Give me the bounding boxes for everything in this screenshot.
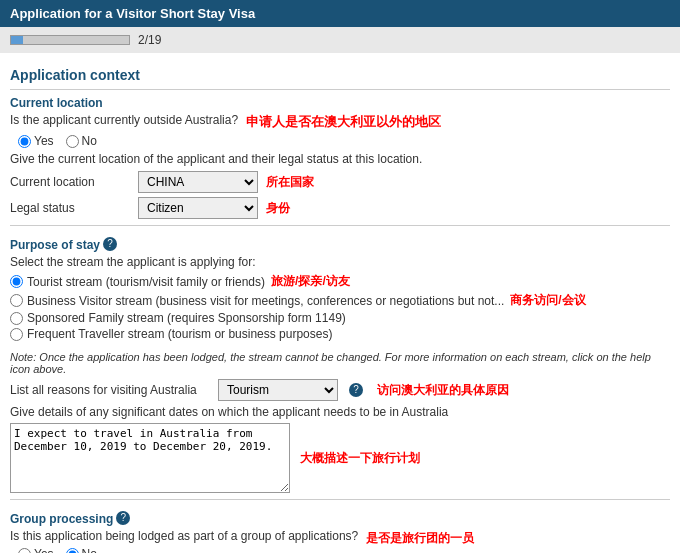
progress-bar-container: 2/19 — [0, 27, 680, 53]
location-note: Give the current location of the applica… — [10, 152, 670, 166]
stream-sponsored-label: Sponsored Family stream (requires Sponso… — [27, 311, 346, 325]
subsection-current-location: Current location — [10, 96, 670, 110]
dates-area: I expect to travel in Australia from Dec… — [10, 423, 670, 493]
reason-help-icon2[interactable]: ? — [349, 383, 363, 397]
stream-note: Note: Once the application has been lodg… — [10, 351, 670, 375]
location-annotation: 所在国家 — [266, 174, 314, 191]
purpose-title-row: Purpose of stay ? — [10, 232, 670, 255]
dates-textarea[interactable]: I expect to travel in Australia from Dec… — [10, 423, 290, 493]
subsection-purpose-of-stay: Purpose of stay — [10, 238, 100, 252]
reason-label: List all reasons for visiting Australia — [10, 383, 210, 397]
outside-yes-label[interactable]: Yes — [18, 134, 54, 148]
reason-annotation: 访问澳大利亚的具体原因 — [377, 382, 509, 399]
group-yes-label[interactable]: Yes — [18, 547, 54, 553]
group-title-row: Group processing ? — [10, 506, 670, 529]
stream-sponsored: Sponsored Family stream (requires Sponso… — [10, 311, 586, 325]
question-outside-australia: Is the applicant currently outside Austr… — [10, 113, 670, 131]
group-no-label[interactable]: No — [66, 547, 97, 553]
stream-business-label: Business Visitor stream (business visit … — [27, 294, 504, 308]
divider-2 — [10, 225, 670, 226]
divider-3 — [10, 499, 670, 500]
stream-business: Business Visitor stream (business visit … — [10, 292, 586, 309]
section-application-context: Application context — [10, 67, 670, 83]
select-stream-text: Select the stream the applicant is apply… — [10, 255, 670, 269]
stream-options-list: Tourist stream (tourism/visit family or … — [10, 273, 586, 343]
outside-yes-radio[interactable] — [18, 135, 31, 148]
reason-row: List all reasons for visiting Australia … — [10, 379, 670, 401]
stream-sponsored-radio[interactable] — [10, 312, 23, 325]
outside-australia-question: Is the applicant currently outside Austr… — [10, 113, 238, 127]
content-area: Application context Current location Is … — [0, 53, 680, 553]
page-indicator: 2/19 — [138, 33, 161, 47]
outside-no-label[interactable]: No — [66, 134, 97, 148]
app-title: Application for a Visitor Short Stay Vis… — [10, 6, 255, 21]
stream-tourist-label: Tourist stream (tourism/visit family or … — [27, 275, 265, 289]
stream-frequent-label: Frequent Traveller stream (tourism or bu… — [27, 327, 332, 341]
reason-select[interactable]: Tourism — [218, 379, 338, 401]
group-annotation: 是否是旅行团的一员 — [366, 530, 474, 547]
stream-options-container: Tourist stream (tourism/visit family or … — [10, 273, 670, 347]
legal-status-select[interactable]: Citizen — [138, 197, 258, 219]
legal-status-annotation: 身份 — [266, 200, 290, 217]
outside-no-radio[interactable] — [66, 135, 79, 148]
current-location-row: Current location CHINA 所在国家 — [10, 171, 670, 193]
group-question: Is this application being lodged as part… — [10, 529, 358, 543]
title-bar: Application for a Visitor Short Stay Vis… — [0, 0, 680, 27]
stream-tourist-annotation: 旅游/探亲/访友 — [271, 273, 350, 290]
stream-business-radio[interactable] — [10, 294, 23, 307]
dates-question: Give details of any significant dates on… — [10, 405, 670, 419]
stream-tourist: Tourist stream (tourism/visit family or … — [10, 273, 586, 290]
progress-bar-fill — [11, 36, 23, 44]
group-question-row: Is this application being lodged as part… — [10, 529, 670, 547]
group-radio-group: Yes No — [18, 547, 670, 553]
stream-tourist-radio[interactable] — [10, 275, 23, 288]
stream-frequent: Frequent Traveller stream (tourism or bu… — [10, 327, 586, 341]
stream-business-annotation: 商务访问/会议 — [510, 292, 585, 309]
stream-frequent-radio[interactable] — [10, 328, 23, 341]
current-location-select[interactable]: CHINA — [138, 171, 258, 193]
outside-australia-radio-group: Yes No — [18, 134, 670, 148]
subsection-group-processing: Group processing — [10, 512, 113, 526]
purpose-help-icon[interactable]: ? — [103, 237, 117, 251]
outside-australia-annotation: 申请人是否在澳大利亚以外的地区 — [246, 113, 441, 131]
group-yes-radio[interactable] — [18, 548, 31, 554]
legal-status-label: Legal status — [10, 201, 130, 215]
dates-annotation: 大概描述一下旅行计划 — [300, 450, 420, 467]
progress-bar-track — [10, 35, 130, 45]
current-location-label: Current location — [10, 175, 130, 189]
group-help-icon[interactable]: ? — [116, 511, 130, 525]
group-no-radio[interactable] — [66, 548, 79, 554]
legal-status-row: Legal status Citizen 身份 — [10, 197, 670, 219]
divider-1 — [10, 89, 670, 90]
